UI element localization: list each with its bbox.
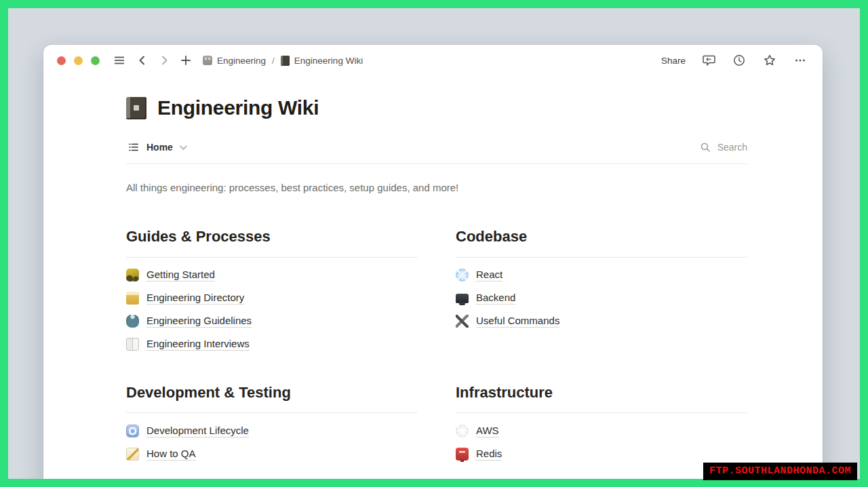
forward-icon[interactable] — [157, 53, 172, 68]
tractor-icon — [126, 269, 139, 281]
section-item-list: ReactBackendUseful Commands — [456, 264, 747, 333]
page-link-label: React — [476, 269, 502, 281]
page-link-label: Engineering Guidelines — [146, 315, 252, 328]
page-link-label: AWS — [476, 425, 499, 437]
watermark: FTP.SOUTHLANDHONDA.COM — [703, 463, 857, 480]
new-page-icon[interactable] — [178, 53, 193, 68]
desktop-icon — [456, 294, 469, 303]
minimize-window-button[interactable] — [74, 56, 83, 65]
more-options-icon[interactable] — [793, 53, 808, 68]
section-divider — [456, 412, 747, 413]
section-title: Development & Testing — [126, 383, 418, 403]
page-link-label: Engineering Directory — [146, 292, 244, 305]
page-link-react[interactable]: React — [456, 264, 747, 287]
pot-icon — [126, 315, 139, 328]
page-link-useful-commands[interactable]: Useful Commands — [456, 310, 747, 333]
section-divider — [456, 257, 747, 258]
chevron-down-icon — [180, 142, 187, 150]
atom-icon — [456, 269, 469, 281]
sidebar-menu-icon[interactable] — [112, 53, 127, 68]
open-book-icon — [126, 338, 139, 351]
memo-icon — [126, 448, 139, 461]
section-item-list: Development LifecycleHow to QA — [126, 419, 418, 465]
page-content: Engineering Wiki Home Search — [43, 96, 823, 465]
notebook-icon — [281, 56, 290, 66]
wiki-sections-grid: Guides & ProcessesGetting StartedEnginee… — [126, 227, 747, 465]
page-link-aws[interactable]: AWS — [456, 419, 747, 442]
page-link-engineering-guidelines[interactable]: Engineering Guidelines — [126, 310, 418, 333]
zoom-window-button[interactable] — [91, 56, 100, 65]
desktop-background: Engineering / Engineering Wiki Share — [8, 8, 860, 479]
card-index-icon — [126, 292, 139, 305]
tabs-divider — [126, 163, 747, 164]
page-link-label: Useful Commands — [476, 315, 559, 328]
page-title-row: Engineering Wiki — [126, 96, 747, 119]
search-icon — [698, 140, 713, 155]
comments-icon[interactable] — [701, 53, 716, 68]
list-view-icon — [126, 140, 141, 155]
page-link-development-lifecycle[interactable]: Development Lifecycle — [126, 419, 418, 442]
section-codebase: CodebaseReactBackendUseful Commands — [456, 227, 747, 356]
page-link-engineering-directory[interactable]: Engineering Directory — [126, 287, 418, 310]
breadcrumb-workspace-label: Engineering — [217, 56, 266, 66]
page-link-label: Backend — [476, 292, 515, 305]
breadcrumb-page[interactable]: Engineering Wiki — [281, 56, 363, 66]
section-infrastructure: InfrastructureAWSRedis — [456, 383, 747, 466]
breadcrumb-separator: / — [271, 56, 276, 66]
page-link-label: How to QA — [146, 448, 196, 461]
window-toolbar: Engineering / Engineering Wiki Share — [43, 45, 823, 76]
page-link-getting-started[interactable]: Getting Started — [126, 264, 418, 287]
traffic-lights — [57, 56, 100, 65]
history-clock-icon[interactable] — [732, 53, 747, 68]
page-title: Engineering Wiki — [157, 96, 319, 119]
section-title: Guides & Processes — [126, 227, 418, 247]
page-description: All things engineering: processes, best … — [126, 182, 747, 193]
cycle-icon — [126, 425, 139, 437]
section-title: Infrastructure — [456, 383, 747, 403]
page-notebook-icon[interactable] — [126, 97, 146, 119]
page-link-how-to-qa[interactable]: How to QA — [126, 442, 418, 465]
breadcrumb-workspace[interactable]: Engineering — [203, 56, 266, 66]
page-link-engineering-interviews[interactable]: Engineering Interviews — [126, 333, 418, 356]
snowflake-icon — [456, 425, 469, 437]
section-development-testing: Development & TestingDevelopment Lifecyc… — [126, 383, 418, 466]
share-button[interactable]: Share — [661, 56, 686, 66]
page-link-label: Redis — [476, 448, 502, 461]
breadcrumb-page-label: Engineering Wiki — [294, 56, 363, 66]
section-title: Codebase — [456, 227, 747, 247]
favorite-star-icon[interactable] — [762, 53, 777, 68]
tab-home-label: Home — [146, 142, 173, 153]
page-link-label: Development Lifecycle — [146, 425, 249, 437]
page-link-label: Getting Started — [146, 269, 215, 281]
toolbar-actions: Share — [661, 53, 808, 68]
section-divider — [126, 412, 418, 413]
page-link-backend[interactable]: Backend — [456, 287, 747, 310]
section-item-list: AWSRedis — [456, 419, 747, 465]
search-placeholder: Search — [717, 142, 747, 153]
postbox-icon — [456, 448, 469, 461]
section-divider — [126, 257, 418, 258]
section-item-list: Getting StartedEngineering DirectoryEngi… — [126, 264, 418, 356]
breadcrumb: Engineering / Engineering Wiki — [203, 56, 363, 66]
page-link-label: Engineering Interviews — [146, 338, 250, 351]
hammer-wrench-icon — [456, 315, 469, 328]
section-guides-processes: Guides & ProcessesGetting StartedEnginee… — [126, 227, 418, 356]
close-window-button[interactable] — [57, 56, 66, 65]
tab-home[interactable]: Home — [126, 140, 185, 155]
view-tabs-row: Home Search — [126, 140, 747, 155]
notion-window: Engineering / Engineering Wiki Share — [43, 45, 823, 479]
workspace-icon — [203, 56, 212, 65]
search-input[interactable]: Search — [698, 140, 747, 155]
back-icon[interactable] — [135, 53, 150, 68]
